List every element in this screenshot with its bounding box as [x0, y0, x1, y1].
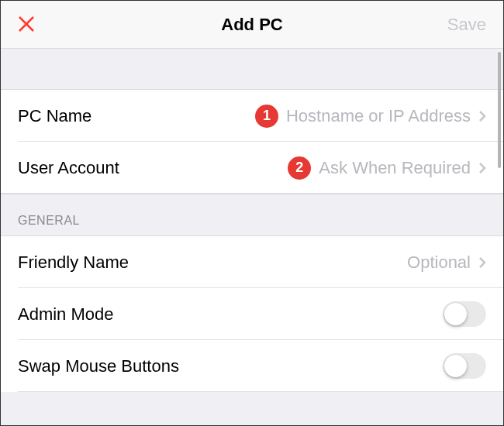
toggle-knob [444, 355, 467, 377]
row-pc-name[interactable]: PC Name 1 Hostname or IP Address [1, 90, 503, 142]
swap-mouse-label: Swap Mouse Buttons [18, 356, 179, 376]
row-swap-mouse: Swap Mouse Buttons [1, 340, 503, 392]
admin-mode-toggle[interactable] [443, 301, 486, 327]
toggle-knob [444, 303, 467, 325]
admin-mode-label: Admin Mode [18, 304, 114, 325]
header: Add PC Save [1, 1, 503, 49]
friendly-name-value: Optional [407, 253, 471, 273]
swap-mouse-toggle[interactable] [443, 353, 486, 379]
user-account-value: Ask When Required [319, 158, 471, 178]
friendly-name-label: Friendly Name [18, 253, 129, 273]
save-button[interactable]: Save [447, 15, 486, 35]
close-icon[interactable] [18, 12, 41, 38]
chevron-right-icon [478, 256, 486, 269]
pc-name-value: Hostname or IP Address [286, 106, 471, 126]
spacer [1, 49, 503, 90]
user-account-label: User Account [18, 158, 119, 178]
chevron-right-icon [478, 110, 486, 122]
chevron-right-icon [478, 162, 486, 174]
annotation-badge-2: 2 [288, 156, 311, 180]
scrollbar[interactable] [498, 52, 501, 168]
section-header-general: GENERAL [1, 194, 503, 236]
row-user-account[interactable]: User Account 2 Ask When Required [1, 142, 503, 194]
page-title: Add PC [1, 15, 503, 35]
row-admin-mode: Admin Mode [1, 288, 503, 340]
pc-name-label: PC Name [18, 106, 91, 126]
annotation-badge-1: 1 [255, 105, 278, 128]
row-friendly-name[interactable]: Friendly Name Optional [1, 236, 503, 288]
